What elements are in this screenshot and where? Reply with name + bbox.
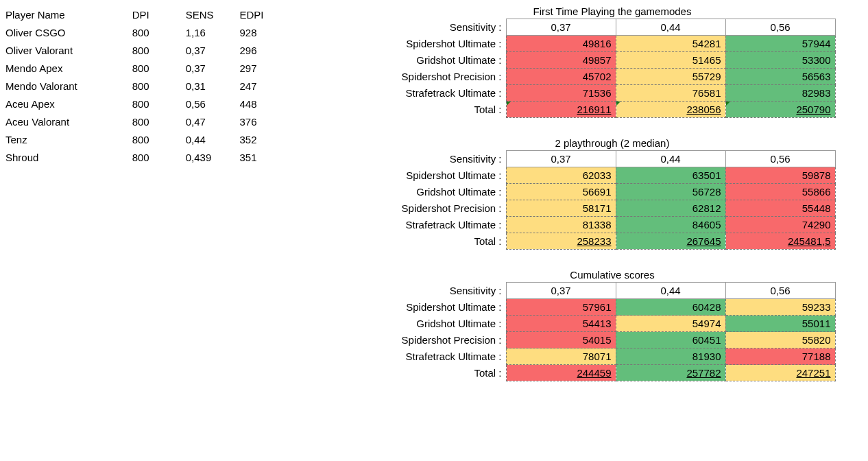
player-dpi: 800 xyxy=(132,59,186,77)
sensitivity-value: 0,37 xyxy=(506,283,616,299)
total-value: 244459 xyxy=(506,365,616,381)
score-value: 54413 xyxy=(506,316,616,332)
table-row: Mendo Valorant8000,31247 xyxy=(5,77,293,95)
row-label: Gridshot Ultimate : xyxy=(362,52,506,69)
score-value: 54281 xyxy=(616,36,725,52)
score-value: 77188 xyxy=(725,348,835,365)
row-label: Sensitivity : xyxy=(362,19,506,36)
total-value: 238056 xyxy=(616,102,725,118)
score-value: 62033 xyxy=(506,167,616,184)
score-value: 60428 xyxy=(616,299,725,316)
table-row: Mendo Apex8000,37297 xyxy=(5,59,293,77)
table-row: Aceu Apex8000,56448 xyxy=(5,95,293,113)
player-sens: 0,56 xyxy=(186,95,240,113)
table-row: Oliver CSGO8001,16928 xyxy=(5,23,293,41)
score-value: 59233 xyxy=(725,299,835,316)
score-value: 82983 xyxy=(725,85,835,102)
sensitivity-value: 0,56 xyxy=(725,151,835,167)
player-sens: 0,37 xyxy=(186,59,240,77)
player-name: Shroud xyxy=(5,148,132,166)
block-title: 2 playthrough (2 median) xyxy=(362,137,863,150)
player-sens: 0,439 xyxy=(186,148,240,166)
sensitivity-value: 0,37 xyxy=(506,151,616,167)
player-name: Aceu Apex xyxy=(5,95,132,113)
player-name: Oliver CSGO xyxy=(5,23,132,41)
score-value: 45702 xyxy=(506,69,616,85)
row-label: Total : xyxy=(362,365,506,381)
player-dpi: 800 xyxy=(132,113,186,130)
score-value: 58171 xyxy=(506,200,616,217)
score-table: Sensitivity :0,370,440,56Spidershot Ulti… xyxy=(362,282,836,381)
player-dpi: 800 xyxy=(132,41,186,59)
sensitivity-value: 0,44 xyxy=(616,19,725,36)
score-value: 76581 xyxy=(616,85,725,102)
score-value: 59878 xyxy=(725,167,835,184)
table-row: Shroud8000,439351 xyxy=(5,148,293,166)
score-table: Sensitivity :0,370,440,56Spidershot Ulti… xyxy=(362,150,836,250)
table-row: Aceu Valorant8000,47376 xyxy=(5,113,293,130)
total-value: 247251 xyxy=(725,365,835,381)
score-value: 62812 xyxy=(616,200,725,217)
score-value: 55866 xyxy=(725,184,835,200)
row-label: Total : xyxy=(362,102,506,118)
player-dpi: 800 xyxy=(132,130,186,148)
row-label: Spidershot Precision : xyxy=(362,69,506,85)
score-value: 55820 xyxy=(725,332,835,348)
score-value: 56691 xyxy=(506,184,616,200)
sensitivity-value: 0,37 xyxy=(506,19,616,36)
score-value: 63501 xyxy=(616,167,725,184)
row-label: Strafetrack Ultimate : xyxy=(362,217,506,233)
score-value: 74290 xyxy=(725,217,835,233)
sensitivity-value: 0,56 xyxy=(725,19,835,36)
player-sens: 1,16 xyxy=(186,23,240,41)
table-row: Oliver Valorant8000,37296 xyxy=(5,41,293,59)
score-value: 49816 xyxy=(506,36,616,52)
total-value: 245481,5 xyxy=(725,233,835,250)
score-block: Cumulative scoresSensitivity :0,370,440,… xyxy=(362,269,863,381)
row-label: Sensitivity : xyxy=(362,283,506,299)
player-name: Mendo Valorant xyxy=(5,77,132,95)
player-dpi: 800 xyxy=(132,95,186,113)
row-label: Strafetrack Ultimate : xyxy=(362,85,506,102)
players-header-row: Player Name DPI SENS EDPI xyxy=(5,5,293,23)
player-edpi: 247 xyxy=(239,77,293,95)
score-value: 55729 xyxy=(616,69,725,85)
score-block: First Time Playing the gamemodesSensitiv… xyxy=(362,5,863,118)
header-sens: SENS xyxy=(186,5,240,23)
score-value: 57944 xyxy=(725,36,835,52)
score-value: 57961 xyxy=(506,299,616,316)
header-dpi: DPI xyxy=(132,5,186,23)
player-edpi: 448 xyxy=(239,95,293,113)
sensitivity-value: 0,56 xyxy=(725,283,835,299)
score-value: 55011 xyxy=(725,316,835,332)
score-block: 2 playthrough (2 median)Sensitivity :0,3… xyxy=(362,137,863,250)
score-value: 53300 xyxy=(725,52,835,69)
total-value: 250790 xyxy=(725,102,835,118)
player-name: Tenz xyxy=(5,130,132,148)
player-dpi: 800 xyxy=(132,148,186,166)
score-value: 56728 xyxy=(616,184,725,200)
player-name: Mendo Apex xyxy=(5,59,132,77)
row-label: Spidershot Ultimate : xyxy=(362,36,506,52)
row-label: Total : xyxy=(362,233,506,250)
sensitivity-value: 0,44 xyxy=(616,283,725,299)
player-sens: 0,44 xyxy=(186,130,240,148)
player-edpi: 928 xyxy=(239,23,293,41)
score-value: 51465 xyxy=(616,52,725,69)
score-value: 81338 xyxy=(506,217,616,233)
block-title: Cumulative scores xyxy=(362,269,863,282)
row-label: Sensitivity : xyxy=(362,151,506,167)
row-label: Spidershot Ultimate : xyxy=(362,299,506,316)
table-row: Tenz8000,44352 xyxy=(5,130,293,148)
row-label: Spidershot Ultimate : xyxy=(362,167,506,184)
total-value: 216911 xyxy=(506,102,616,118)
block-title: First Time Playing the gamemodes xyxy=(362,5,863,19)
player-edpi: 296 xyxy=(239,41,293,59)
score-value: 49857 xyxy=(506,52,616,69)
total-value: 258233 xyxy=(506,233,616,250)
player-edpi: 297 xyxy=(239,59,293,77)
score-value: 55448 xyxy=(725,200,835,217)
row-label: Spidershot Precision : xyxy=(362,200,506,217)
player-sens: 0,47 xyxy=(186,113,240,130)
score-value: 71536 xyxy=(506,85,616,102)
